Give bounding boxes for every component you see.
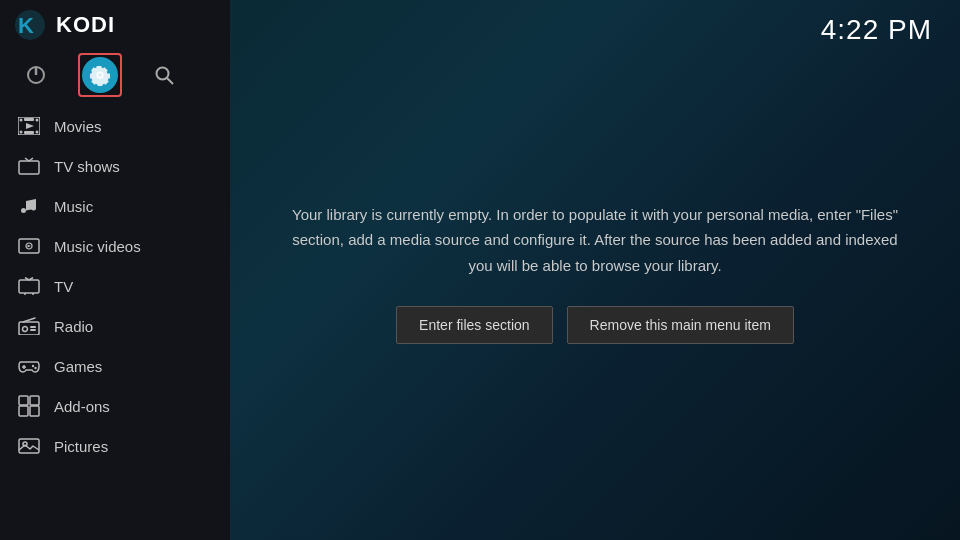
svg-point-9 <box>20 131 23 134</box>
svg-line-5 <box>167 78 173 84</box>
power-button[interactable] <box>14 53 58 97</box>
svg-marker-13 <box>26 123 34 129</box>
svg-rect-37 <box>30 396 39 405</box>
svg-point-17 <box>31 206 36 211</box>
sidebar-item-pictures-label: Pictures <box>54 438 108 455</box>
svg-point-8 <box>36 119 39 122</box>
sidebar-header: K KODI <box>0 0 230 50</box>
svg-rect-36 <box>19 396 28 405</box>
sidebar-item-musicvideos[interactable]: Music videos <box>0 226 230 266</box>
sidebar-item-music-label: Music <box>54 198 93 215</box>
sidebar-item-tv-label: TV <box>54 278 73 295</box>
sidebar-item-addons[interactable]: Add-ons <box>0 386 230 426</box>
tvshows-icon <box>18 155 40 177</box>
svg-rect-11 <box>24 118 34 121</box>
svg-rect-38 <box>19 439 39 453</box>
svg-rect-29 <box>30 329 36 331</box>
sidebar-item-addons-label: Add-ons <box>54 398 110 415</box>
sidebar-item-games[interactable]: Games <box>0 346 230 386</box>
settings-gear-circle <box>82 57 118 93</box>
svg-point-10 <box>36 131 39 134</box>
svg-rect-14 <box>19 161 39 174</box>
top-bar: 4:22 PM <box>230 0 960 46</box>
action-buttons: Enter files section Remove this main men… <box>396 306 794 344</box>
remove-menu-item-button[interactable]: Remove this main menu item <box>567 306 794 344</box>
pictures-icon <box>18 435 40 457</box>
svg-rect-28 <box>30 326 36 328</box>
sidebar-icons-row <box>0 50 230 100</box>
tv-icon <box>18 275 40 297</box>
enter-files-section-button[interactable]: Enter files section <box>396 306 553 344</box>
main-content: 4:22 PM Your library is currently empty.… <box>230 0 960 540</box>
settings-button[interactable] <box>78 53 122 97</box>
sidebar-item-movies-label: Movies <box>54 118 102 135</box>
kodi-logo: K <box>14 9 46 41</box>
sidebar-item-tv[interactable]: TV <box>0 266 230 306</box>
svg-point-4 <box>157 68 169 80</box>
movies-icon <box>18 115 40 137</box>
radio-icon <box>18 315 40 337</box>
svg-text:K: K <box>18 13 34 38</box>
svg-rect-12 <box>24 131 34 134</box>
sidebar-item-movies[interactable]: Movies <box>0 106 230 146</box>
music-icon <box>18 195 40 217</box>
svg-point-32 <box>32 365 34 367</box>
svg-marker-20 <box>28 245 32 248</box>
svg-rect-35 <box>30 406 39 416</box>
clock-display: 4:22 PM <box>821 14 932 46</box>
svg-point-27 <box>23 327 28 332</box>
sidebar-item-radio[interactable]: Radio <box>0 306 230 346</box>
sidebar-item-games-label: Games <box>54 358 102 375</box>
games-icon <box>18 355 40 377</box>
app-title: KODI <box>56 12 115 38</box>
svg-point-7 <box>20 119 23 122</box>
content-center: Your library is currently empty. In orde… <box>230 46 960 540</box>
sidebar-item-musicvideos-label: Music videos <box>54 238 141 255</box>
svg-rect-21 <box>19 280 39 293</box>
library-empty-message: Your library is currently empty. In orde… <box>290 202 900 279</box>
sidebar-item-radio-label: Radio <box>54 318 93 335</box>
sidebar-item-tvshows[interactable]: TV shows <box>0 146 230 186</box>
sidebar: K KODI <box>0 0 230 540</box>
sidebar-item-music[interactable]: Music <box>0 186 230 226</box>
sidebar-item-tvshows-label: TV shows <box>54 158 120 175</box>
svg-rect-34 <box>19 406 28 416</box>
sidebar-nav: Movies TV shows Music <box>0 100 230 540</box>
musicvideos-icon <box>18 235 40 257</box>
svg-point-33 <box>34 367 36 369</box>
addons-icon <box>18 395 40 417</box>
sidebar-item-pictures[interactable]: Pictures <box>0 426 230 466</box>
search-button[interactable] <box>142 53 186 97</box>
